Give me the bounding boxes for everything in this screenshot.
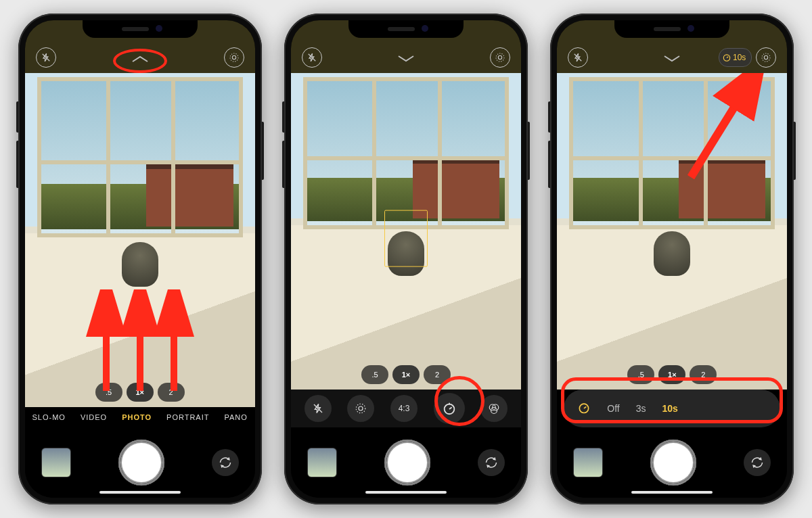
chevron-down-icon[interactable] xyxy=(662,54,681,66)
last-photo-thumbnail[interactable] xyxy=(307,448,337,477)
zoom-2x[interactable]: 2 xyxy=(424,365,451,384)
camera-flip-icon[interactable] xyxy=(744,449,771,476)
live-photo-icon[interactable] xyxy=(490,47,510,68)
viewfinder[interactable]: .5 1× 2 xyxy=(291,73,521,390)
flash-off-icon[interactable] xyxy=(568,47,588,68)
timer-indicator-label: 10s xyxy=(733,53,746,62)
mode-selector[interactable]: SLO-MO VIDEO PHOTO PORTRAIT PANO xyxy=(25,407,255,427)
zoom-controls[interactable]: .5 1× 2 xyxy=(361,365,451,384)
camera-app: .5 1× 2 4:3 xyxy=(291,20,521,498)
chevron-up-icon[interactable] xyxy=(131,54,150,66)
tool-flash[interactable] xyxy=(304,395,332,422)
svg-point-6 xyxy=(496,53,504,62)
flash-off-icon[interactable] xyxy=(302,47,322,68)
mode-video[interactable]: VIDEO xyxy=(81,413,107,421)
zoom-0_5x[interactable]: .5 xyxy=(361,365,388,384)
flash-off-icon[interactable] xyxy=(36,47,56,68)
camera-bottom-bar xyxy=(557,427,787,498)
zoom-1x[interactable]: 1× xyxy=(392,365,420,384)
camera-flip-icon[interactable] xyxy=(478,449,505,476)
timer-icon xyxy=(577,401,591,417)
home-indicator[interactable] xyxy=(631,491,713,494)
timer-indicator[interactable]: 10s xyxy=(719,48,752,67)
camera-app: .5 1× 2 SLO-MO VIDEO PHOTO PORTRAIT PANO xyxy=(25,20,255,498)
zoom-controls[interactable]: .5 1× 2 xyxy=(627,365,717,384)
zoom-2x[interactable]: 2 xyxy=(690,365,717,384)
svg-point-14 xyxy=(765,55,768,59)
shutter-button[interactable] xyxy=(384,440,430,486)
zoom-0_5x[interactable]: .5 xyxy=(627,365,654,384)
svg-point-0 xyxy=(232,55,235,59)
live-photo-icon[interactable] xyxy=(224,47,244,68)
camera-bottom-bar xyxy=(291,427,521,498)
camera-app: 10s .5 1× xyxy=(557,20,787,498)
mode-pano[interactable]: PANO xyxy=(224,413,247,421)
timer-options-panel: Off 3s 10s xyxy=(564,390,780,427)
mode-photo[interactable]: PHOTO xyxy=(122,413,152,421)
timer-option-10s[interactable]: 10s xyxy=(662,403,678,414)
svg-point-5 xyxy=(498,55,501,59)
phone-step-2: .5 1× 2 4:3 xyxy=(284,14,528,504)
last-photo-thumbnail[interactable] xyxy=(41,448,71,477)
live-photo-icon[interactable] xyxy=(756,47,776,68)
phone-step-3: 10s .5 1× xyxy=(550,14,794,504)
viewfinder[interactable]: .5 1× 2 xyxy=(557,73,787,390)
viewfinder[interactable]: .5 1× 2 xyxy=(25,73,255,407)
chevron-down-icon[interactable] xyxy=(397,54,415,66)
svg-point-17 xyxy=(580,404,589,413)
shutter-button[interactable] xyxy=(650,440,696,486)
tool-filters[interactable] xyxy=(480,395,508,422)
shutter-button[interactable] xyxy=(118,440,164,486)
svg-point-7 xyxy=(359,406,363,410)
camera-bottom-bar xyxy=(25,427,255,498)
svg-line-16 xyxy=(691,81,750,177)
tool-live-photo[interactable] xyxy=(347,395,374,422)
zoom-1x[interactable]: 1× xyxy=(658,365,685,384)
last-photo-thumbnail[interactable] xyxy=(573,448,603,477)
home-indicator[interactable] xyxy=(99,491,181,494)
tool-timer[interactable] xyxy=(434,393,465,424)
phone-step-1: .5 1× 2 SLO-MO VIDEO PHOTO PORTRAIT PANO xyxy=(18,14,262,504)
timer-option-off[interactable]: Off xyxy=(607,403,619,414)
tool-aspect-ratio[interactable]: 4:3 xyxy=(390,395,418,422)
swipe-up-arrows xyxy=(72,289,208,398)
svg-point-1 xyxy=(230,53,238,62)
mode-slo-mo[interactable]: SLO-MO xyxy=(32,413,65,421)
svg-point-15 xyxy=(762,53,770,62)
camera-flip-icon[interactable] xyxy=(212,449,239,476)
timer-option-3s[interactable]: 3s xyxy=(636,403,646,414)
home-indicator[interactable] xyxy=(365,491,447,494)
camera-tools-row: 4:3 xyxy=(291,390,521,427)
mode-portrait[interactable]: PORTRAIT xyxy=(166,413,209,421)
focus-box xyxy=(384,210,428,266)
svg-point-8 xyxy=(357,404,366,413)
point-to-timer-indicator xyxy=(671,73,772,184)
